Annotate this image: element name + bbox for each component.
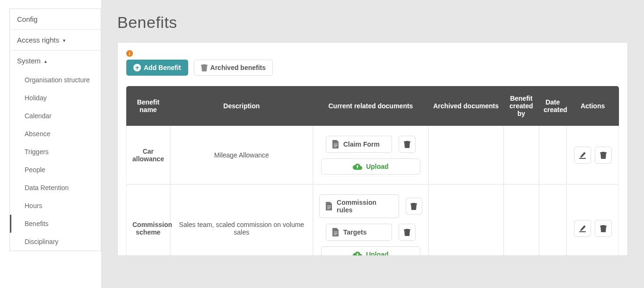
document-chip[interactable]: Claim Form bbox=[326, 136, 392, 153]
add-benefit-button[interactable]: + Add Benefit bbox=[126, 60, 188, 76]
upload-button[interactable]: Upload bbox=[321, 158, 420, 175]
cell-archived-docs bbox=[428, 126, 504, 184]
cell-date-created bbox=[539, 126, 566, 184]
benefits-table: Benefit name Description Current related… bbox=[126, 86, 619, 256]
info-icon[interactable]: i bbox=[126, 50, 133, 57]
upload-label: Upload bbox=[366, 251, 388, 256]
document-label: Commission rules bbox=[337, 199, 393, 214]
cell-description: Mileage Allowance bbox=[170, 126, 313, 184]
main-content: Benefits i + Add Benefit Archived benefi… bbox=[101, 0, 644, 288]
delete-document-button[interactable] bbox=[406, 198, 422, 215]
trash-icon bbox=[404, 228, 410, 236]
trash-icon bbox=[410, 202, 417, 210]
file-icon bbox=[332, 140, 339, 148]
sidebar-item-access-rights[interactable]: Access rights ▼ bbox=[10, 30, 101, 51]
document-label: Claim Form bbox=[343, 140, 380, 148]
cell-date-created bbox=[539, 184, 566, 256]
sidebar-sub-item[interactable]: Organisation structure bbox=[10, 71, 101, 89]
toolbar: + Add Benefit Archived benefits bbox=[126, 60, 619, 76]
sidebar-item-system[interactable]: System ▲ bbox=[10, 51, 101, 71]
col-header-description: Description bbox=[170, 86, 313, 126]
cell-description: Sales team, scaled commission on volume … bbox=[170, 184, 313, 256]
delete-document-button[interactable] bbox=[399, 136, 416, 153]
table-row: Car allowanceMileage AllowanceClaim Form… bbox=[126, 126, 619, 184]
edit-button[interactable] bbox=[574, 220, 591, 237]
sidebar-sub-item[interactable]: Triggers bbox=[10, 143, 101, 161]
benefits-panel: i + Add Benefit Archived benefits bbox=[117, 42, 628, 256]
caret-down-icon: ▼ bbox=[62, 38, 66, 43]
sidebar-item-label: Access rights bbox=[17, 36, 59, 44]
cell-benefit-name: Commission scheme bbox=[126, 184, 170, 256]
upload-button[interactable]: Upload bbox=[321, 246, 420, 256]
trash-icon bbox=[201, 64, 208, 71]
sidebar-sub-item[interactable]: People bbox=[10, 161, 101, 179]
document-label: Targets bbox=[343, 228, 367, 236]
table-row: Commission schemeSales team, scaled comm… bbox=[126, 184, 619, 256]
upload-label: Upload bbox=[366, 163, 388, 170]
cloud-upload-icon bbox=[353, 163, 362, 170]
plus-icon: + bbox=[133, 64, 141, 71]
col-header-date-created: Date created bbox=[539, 86, 566, 126]
document-chip[interactable]: Targets bbox=[326, 224, 392, 241]
sidebar-item-label: Config bbox=[17, 15, 37, 23]
cell-created-by bbox=[504, 126, 539, 184]
caret-up-icon: ▲ bbox=[44, 59, 48, 64]
col-header-name: Benefit name bbox=[126, 86, 170, 126]
cell-current-docs: Commission rulesTargetsUpload bbox=[313, 184, 428, 256]
archived-benefits-button[interactable]: Archived benefits bbox=[194, 60, 273, 76]
sidebar-item-config[interactable]: Config bbox=[10, 9, 101, 30]
cell-actions bbox=[566, 126, 619, 184]
cell-benefit-name: Car allowance bbox=[126, 126, 170, 184]
edit-icon bbox=[579, 225, 586, 232]
document-chip[interactable]: Commission rules bbox=[319, 194, 399, 218]
edit-button[interactable] bbox=[574, 147, 591, 164]
col-header-created-by: Benefit created by bbox=[504, 86, 539, 126]
col-header-archived-docs: Archived documents bbox=[428, 86, 504, 126]
cloud-upload-icon bbox=[353, 251, 362, 256]
cell-current-docs: Claim FormUpload bbox=[313, 126, 428, 184]
cell-created-by bbox=[504, 184, 539, 256]
delete-button[interactable] bbox=[595, 220, 612, 237]
edit-icon bbox=[579, 151, 586, 159]
cell-actions bbox=[566, 184, 619, 256]
sidebar-sub-item[interactable]: Holiday bbox=[10, 89, 101, 107]
col-header-actions: Actions bbox=[566, 86, 619, 126]
trash-icon bbox=[600, 151, 607, 159]
sidebar: Config Access rights ▼ System ▲ Organisa… bbox=[0, 0, 101, 288]
sidebar-submenu: Organisation structureHolidayCalendarAbs… bbox=[10, 71, 101, 251]
sidebar-sub-item[interactable]: Disciplinary bbox=[10, 233, 101, 251]
file-icon bbox=[325, 202, 333, 210]
trash-icon bbox=[600, 225, 607, 232]
file-icon bbox=[332, 228, 339, 236]
sidebar-item-label: System bbox=[17, 57, 41, 65]
sidebar-sub-item[interactable]: Absence bbox=[10, 125, 101, 143]
trash-icon bbox=[404, 140, 410, 148]
sidebar-sub-item[interactable]: Hours bbox=[10, 197, 101, 215]
sidebar-sub-item[interactable]: Calendar bbox=[10, 107, 101, 125]
page-title: Benefits bbox=[117, 13, 628, 32]
cell-archived-docs bbox=[428, 184, 504, 256]
delete-document-button[interactable] bbox=[399, 224, 416, 241]
col-header-current-docs: Current related documents bbox=[313, 86, 428, 126]
button-label: Add Benefit bbox=[144, 64, 181, 71]
sidebar-sub-item[interactable]: Data Retention bbox=[10, 179, 101, 197]
button-label: Archived benefits bbox=[210, 64, 266, 71]
sidebar-sub-item[interactable]: Benefits bbox=[10, 215, 101, 233]
delete-button[interactable] bbox=[595, 147, 612, 164]
